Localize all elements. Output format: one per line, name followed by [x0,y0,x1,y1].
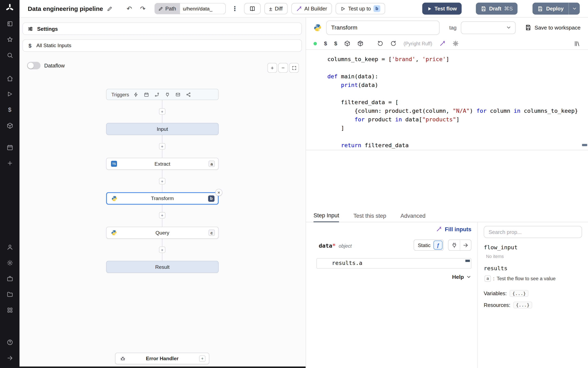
ai-wand-icon [296,6,302,11]
fill-inputs-button[interactable]: Fill inputs [436,226,471,232]
http-route-icon[interactable] [154,92,160,97]
diff-button[interactable]: ± Diff [264,3,287,14]
windmill-logo[interactable] [2,2,17,14]
package-icon[interactable] [344,40,350,46]
input-mode-toggle: Static ƒ [414,239,444,251]
user-icon[interactable] [2,241,17,253]
result-item-a[interactable]: a : Test the flow to see a value [484,276,582,282]
variables-dollar-icon[interactable]: $ [2,104,17,115]
ai-assistant-wand-icon[interactable] [439,40,445,46]
tab-step-input[interactable]: Step Input [313,212,339,222]
groups-grid-icon[interactable] [2,304,17,315]
bottom-drawer-handle[interactable] [19,367,306,368]
path-button[interactable]: Path [154,3,180,14]
flow-settings-bar[interactable]: Settings [23,23,302,35]
remove-step-button[interactable]: × [215,189,222,196]
library-panel-icon[interactable] [574,40,580,46]
websocket-plug-icon[interactable] [165,92,170,97]
all-static-inputs-bar[interactable]: $ All Static Inputs [23,39,302,52]
search-icon[interactable] [2,49,17,61]
zoom-out-button[interactable]: − [278,63,288,73]
step-node-query[interactable]: Query c [106,227,218,239]
deploy-button[interactable]: Deploy [533,3,569,15]
draft-button[interactable]: Draft ⌘S [476,3,518,15]
step-header: tag Save to workspace [306,18,588,37]
result-separator: : [493,276,495,281]
fill-inputs-label: Fill inputs [445,226,471,232]
create-plus-icon[interactable] [2,157,17,169]
settings-gear-icon[interactable] [2,257,17,268]
code-editor[interactable]: columns_to_keep = ['brand', 'price'] def… [306,50,588,150]
plug-connect-icon[interactable] [448,240,460,250]
test-flow-button[interactable]: Test flow [422,3,462,15]
results-section[interactable]: results [484,265,582,272]
step-editor-panel: tag Save to workspace $ $ (Pyright Ruff) [306,18,588,368]
insert-step-button[interactable]: + [159,247,165,253]
more-options-kebab-icon[interactable]: ⋮ [229,5,240,12]
dataflow-toggle[interactable] [27,62,41,70]
insert-step-button[interactable]: + [159,143,165,149]
path-input[interactable] [180,3,226,14]
draft-label: Draft [489,6,501,11]
triggers-node[interactable]: Triggers [106,89,218,100]
test-up-to-button[interactable]: Test up to b [336,3,385,14]
variables-expand-badge[interactable]: {...} [510,290,529,297]
deploy-dropdown-chevron[interactable] [569,3,580,15]
error-handler-node[interactable]: Error Handler + [115,353,209,364]
favorites-star-icon[interactable] [2,34,17,45]
email-icon[interactable] [175,92,180,97]
insert-step-button[interactable]: + [159,212,165,219]
chevron-down-icon [506,25,512,30]
webhook-bolt-icon[interactable] [134,92,139,97]
schedule-calendar-icon[interactable] [144,92,149,97]
schedules-calendar-icon[interactable] [2,142,17,153]
step-name-input[interactable] [326,20,440,35]
collapse-sidebar-arrow-icon[interactable] [2,352,17,363]
editor-settings-gear-icon[interactable] [452,40,458,46]
history-icon[interactable] [390,40,396,46]
insert-step-button[interactable]: + [159,178,165,184]
edit-title-pencil-icon[interactable] [107,6,112,11]
save-to-workspace-button[interactable]: Save to workspace [525,24,581,31]
flow-input-section[interactable]: flow_input [484,244,582,251]
apps-icon[interactable] [2,18,17,29]
prop-search-input[interactable] [484,226,582,238]
tab-test-this-step[interactable]: Test this step [353,212,386,222]
ai-builder-button[interactable]: AI Builder [291,3,332,14]
undo-button[interactable]: ↶ [124,4,134,14]
add-error-handler-button[interactable]: + [199,355,205,362]
dependencies-box-icon[interactable] [358,40,363,46]
help-icon[interactable] [2,336,17,348]
step-node-extract[interactable]: TS Extract a [106,158,218,170]
editor-scrollbar[interactable] [582,144,587,146]
folders-icon[interactable] [2,288,17,300]
fit-view-button[interactable] [289,63,299,73]
workers-briefcase-icon[interactable] [2,273,17,284]
insert-resource-icon[interactable]: $ [334,40,337,46]
settings-label: Settings [37,26,58,32]
static-mode-label[interactable]: Static [418,242,431,248]
flow-result-node[interactable]: Result [106,261,218,273]
flow-input-node[interactable]: Input [106,123,218,135]
reset-code-icon[interactable] [377,40,383,46]
expression-input[interactable]: results.a [316,258,471,268]
runs-play-icon[interactable] [2,88,17,100]
resources-expand-badge[interactable]: {...} [513,302,532,308]
zoom-controls: + − [267,63,299,73]
resources-cube-icon[interactable] [2,120,17,131]
expression-scrollbar[interactable] [465,260,470,262]
step-node-transform[interactable]: Transform b [106,192,218,205]
kafka-branch-icon[interactable] [186,92,191,97]
home-icon[interactable] [2,73,17,84]
tab-advanced[interactable]: Advanced [400,212,426,222]
tag-select[interactable] [461,21,516,34]
docs-book-button[interactable] [244,3,260,14]
insert-step-button[interactable]: + [159,108,165,115]
zoom-in-button[interactable]: + [267,63,277,73]
help-toggle[interactable]: Help [452,274,471,280]
help-label: Help [452,274,464,280]
insert-variable-icon[interactable]: $ [324,40,327,46]
arrow-right-icon[interactable] [460,240,471,250]
redo-button[interactable]: ↷ [138,4,148,14]
javascript-expression-toggle[interactable]: ƒ [434,241,443,250]
